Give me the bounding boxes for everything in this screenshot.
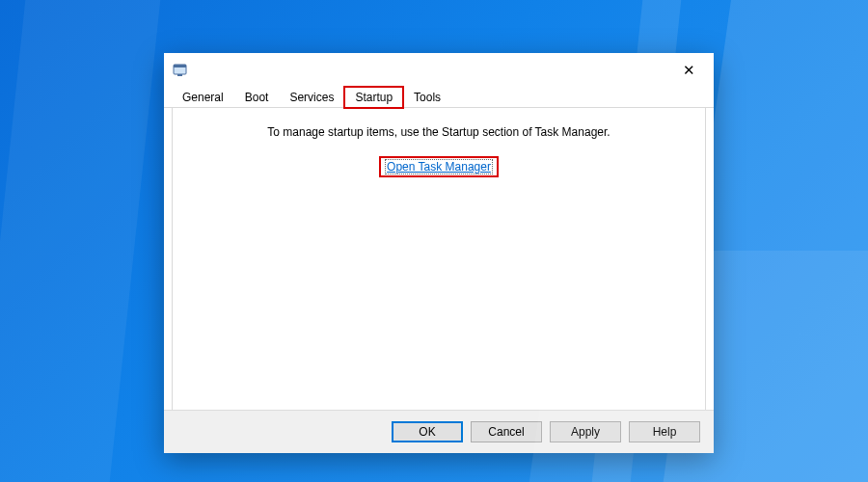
app-icon (172, 61, 189, 78)
svg-rect-1 (174, 65, 186, 67)
titlebar[interactable]: ✕ (164, 53, 714, 86)
svg-rect-2 (177, 74, 182, 76)
tab-boot[interactable]: Boot (234, 87, 280, 108)
apply-button[interactable]: Apply (550, 421, 621, 442)
startup-message: To manage startup items, use the Startup… (173, 125, 705, 139)
cancel-button[interactable]: Cancel (471, 421, 542, 442)
help-button[interactable]: Help (629, 421, 700, 442)
desktop-wallpaper: ✕ General Boot Services Startup Tools To… (0, 0, 868, 482)
tab-services[interactable]: Services (279, 87, 344, 108)
open-task-manager-link[interactable]: Open Task Manager (385, 159, 493, 174)
dialog-button-bar: OK Cancel Apply Help (164, 410, 714, 453)
tab-strip: General Boot Services Startup Tools (164, 86, 714, 108)
tab-general[interactable]: General (172, 87, 234, 108)
tab-startup[interactable]: Startup (344, 87, 403, 108)
close-button[interactable]: ✕ (669, 56, 708, 83)
ok-button[interactable]: OK (392, 421, 463, 442)
link-highlight: Open Task Manager (379, 156, 499, 177)
startup-tab-content: To manage startup items, use the Startup… (172, 108, 706, 411)
msconfig-window: ✕ General Boot Services Startup Tools To… (164, 53, 714, 453)
tab-tools[interactable]: Tools (403, 87, 451, 108)
